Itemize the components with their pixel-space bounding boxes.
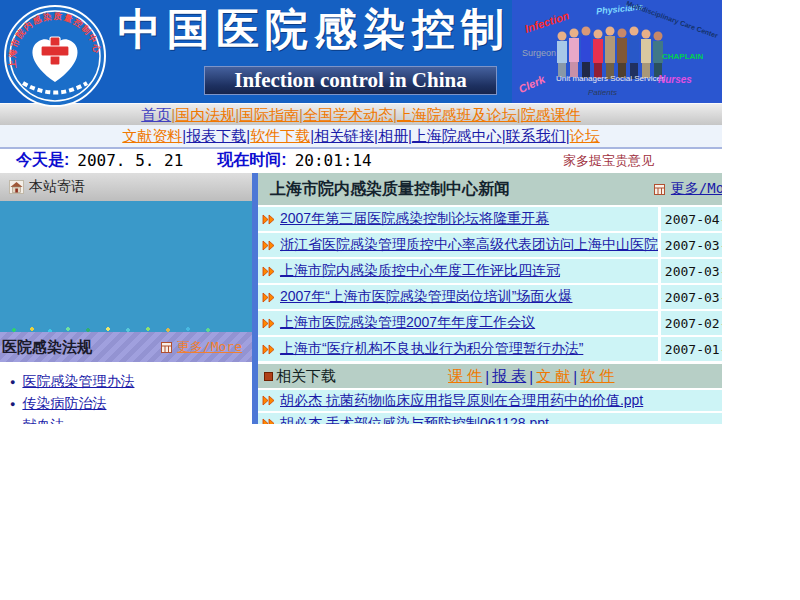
feedback-notice-marquee: 家多提宝贵意见 [563, 152, 654, 170]
sidebar-motto-header: 本站寄语 [0, 173, 252, 201]
download-file-link[interactable]: 胡必杰 抗菌药物临床应用指导原则在合理用药中的价值.ppt [280, 392, 643, 410]
downloads-section-header: 相关下载 课 件|报 表|文 献|软 件 [258, 364, 722, 388]
download-categories: 课 件|报 表|文 献|软 件 [448, 367, 614, 386]
nav-literature-link[interactable]: 文献资料 [122, 127, 182, 144]
downloads-reports-link[interactable]: 报 表 [492, 367, 526, 386]
site-header: 上海市院内感染质量控制中心 中国医院感染控制 Infection control… [0, 0, 722, 103]
double-arrow-icon [262, 214, 275, 225]
primary-nav: 首页|国内法规|国际指南|全国学术动态|上海院感班及论坛|院感课件 [0, 103, 722, 125]
news-link[interactable]: 浙江省医院感染管理质控中心率高级代表团访问上海中山医院 [280, 236, 658, 254]
double-arrow-icon [262, 418, 275, 424]
law-link[interactable]: 献血法 [22, 417, 64, 424]
nav-separator: | [529, 368, 533, 385]
nav-separator: | [485, 368, 489, 385]
double-arrow-icon [262, 318, 275, 329]
news-cell: 上海市院内感染质控中心年度工作评比四连冠 [258, 259, 658, 283]
nav-home-link[interactable]: 首页 [141, 106, 171, 123]
today-label: 今天是: [16, 150, 69, 171]
news-cell: 2007年第三届医院感染控制论坛将隆重开幕 [258, 207, 658, 231]
news-link[interactable]: 上海市院内感染质控中心年度工作评比四连冠 [280, 262, 560, 280]
nav-shanghai-center-link[interactable]: 上海院感中心 [412, 127, 502, 144]
laws-more-link[interactable]: 更多/More [177, 338, 242, 356]
downloads-literature-link[interactable]: 文 献 [536, 367, 570, 386]
list-item: ● 医院感染管理办法 [10, 371, 252, 393]
marquee-fragment [6, 324, 246, 332]
people-label: Nurses [658, 74, 692, 85]
sidebar-message-panel [0, 201, 252, 332]
table-row: 上海市院内感染质控中心年度工作评比四连冠 2007-03-23 [258, 259, 722, 283]
house-icon [9, 180, 24, 194]
hospital-logo-icon: 上海市院内感染质量控制中心 [3, 4, 107, 108]
nav-courseware-link[interactable]: 院感课件 [521, 106, 581, 123]
news-link[interactable]: 上海市“医疗机构不良执业行为积分管理暂行办法” [280, 340, 583, 358]
bullet-icon: ● [10, 377, 15, 387]
nav-national-academic-news-link[interactable]: 全国学术动态 [303, 106, 393, 123]
nav-report-download-link[interactable]: 报表下载 [186, 127, 246, 144]
news-link[interactable]: 上海市医院感染管理2007年年度工作会议 [280, 314, 535, 332]
sidebar: 本站寄语 医院感染法规 更多/More [0, 173, 252, 424]
main-column: 上海市院内感染质量控制中心新闻 更多/More 2007年第三届医院感染控制 [258, 173, 722, 424]
downloads-software-link[interactable]: 软 件 [580, 367, 614, 386]
news-date: 2007-01-14 [661, 337, 722, 361]
nav-shanghai-class-forum-link[interactable]: 上海院感班及论坛 [397, 106, 517, 123]
current-time-value: 20:01:14 [295, 151, 372, 170]
news-date: 2007-02-07 [661, 311, 722, 335]
list-item: 胡必杰 抗菌药物临床应用指导原则在合理用药中的价值.ppt [258, 390, 722, 411]
site-title-chinese: 中国医院感染控制 [118, 1, 518, 59]
table-row: 2007年“上海市医院感染管理岗位培训”场面火爆 2007-03-22 [258, 285, 722, 309]
double-arrow-icon [262, 292, 275, 303]
site-title-english: Infection control in China [204, 66, 497, 95]
table-row: 上海市医院感染管理2007年年度工作会议 2007-02-07 [258, 311, 722, 335]
square-bullet-icon [264, 372, 273, 381]
nav-international-guidelines-link[interactable]: 国际指南 [239, 106, 299, 123]
today-date: 2007. 5. 21 [77, 151, 183, 170]
list-item: 胡必杰 手术部位感染与预防控制061128.ppt [258, 413, 722, 424]
nav-contact-us-link[interactable]: 联系我们 [506, 127, 566, 144]
nav-related-links-link[interactable]: 相关链接 [314, 127, 374, 144]
nav-domestic-regulations-link[interactable]: 国内法规 [175, 106, 235, 123]
list-item: ● 献血法 [10, 415, 252, 424]
news-more-link[interactable]: 更多/More [671, 180, 722, 198]
bullet-icon: ● [10, 421, 15, 424]
nav-forum-link[interactable]: 论坛 [570, 127, 600, 144]
news-section-header: 上海市院内感染质量控制中心新闻 更多/More [258, 173, 722, 205]
news-date: 2007-03-23 [661, 259, 722, 283]
downloads-section-title: 相关下载 [276, 367, 336, 386]
double-arrow-icon [262, 240, 275, 251]
nav-photo-album-link[interactable]: 相册 [378, 127, 408, 144]
news-link[interactable]: 2007年第三届医院感染控制论坛将隆重开幕 [280, 210, 549, 228]
news-date: 2007-03-22 [661, 285, 722, 309]
people-label: Surgeon [522, 48, 556, 58]
people-label: Patients [588, 88, 617, 97]
table-row: 浙江省医院感染管理质控中心率高级代表团访问上海中山医院 2007-03-25 [258, 233, 722, 257]
news-link[interactable]: 2007年“上海市医院感染管理岗位培训”场面火爆 [280, 288, 572, 306]
downloads-list: 胡必杰 抗菌药物临床应用指导原则在合理用药中的价值.ppt 胡必杰 手术部位感染… [258, 388, 722, 424]
double-arrow-icon [262, 344, 275, 355]
page: 上海市院内感染质量控制中心 中国医院感染控制 Infection control… [0, 0, 800, 600]
sidebar-laws-header: 医院感染法规 更多/More [0, 332, 252, 362]
sidebar-laws-title: 医院感染法规 [2, 338, 92, 357]
news-cell: 浙江省医院感染管理质控中心率高级代表团访问上海中山医院 [258, 233, 658, 257]
news-list: 2007年第三届医院感染控制论坛将隆重开幕 2007-04-07 浙江省医院感染… [258, 205, 722, 363]
nav-software-download-link[interactable]: 软件下载 [250, 127, 310, 144]
nav-separator: | [573, 368, 577, 385]
double-arrow-icon [262, 395, 275, 406]
table-row: 2007年第三届医院感染控制论坛将隆重开幕 2007-04-07 [258, 207, 722, 231]
secondary-nav: 文献资料|报表下载|软件下载|相关链接|相册|上海院感中心|联系我们|论坛 [0, 125, 722, 149]
law-link[interactable]: 传染病防治法 [22, 395, 106, 413]
people-label: Unit managers Social Services [556, 74, 665, 83]
sidebar-motto-title: 本站寄语 [29, 178, 85, 196]
table-row: 上海市“医疗机构不良执业行为积分管理暂行办法” 2007-01-14 [258, 337, 722, 361]
news-date: 2007-03-25 [661, 233, 722, 257]
law-link[interactable]: 医院感染管理办法 [22, 373, 134, 391]
news-cell: 上海市医院感染管理2007年年度工作会议 [258, 311, 658, 335]
news-cell: 上海市“医疗机构不良执业行为积分管理暂行办法” [258, 337, 658, 361]
sidebar-laws-list: ● 医院感染管理办法 ● 传染病防治法 ● 献血法 [0, 362, 252, 424]
banner-people-panel: Physicians Infection Multidisciplinary C… [512, 0, 722, 103]
news-date: 2007-04-07 [661, 207, 722, 231]
content-area: 本站寄语 医院感染法规 更多/More [0, 173, 722, 424]
download-file-link[interactable]: 胡必杰 手术部位感染与预防控制061128.ppt [280, 415, 549, 425]
downloads-courseware-link[interactable]: 课 件 [448, 367, 482, 386]
grid-icon [654, 184, 665, 195]
people-label: CHAPLAIN [662, 52, 703, 61]
